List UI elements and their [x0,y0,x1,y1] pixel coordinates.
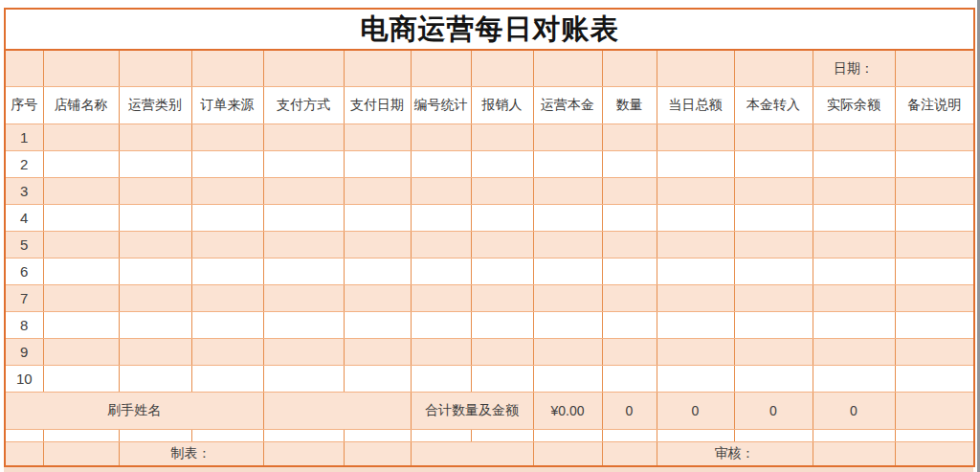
cell[interactable] [5,442,43,467]
cell[interactable] [471,366,533,393]
cell[interactable] [263,178,344,205]
cell[interactable] [533,124,602,151]
cell[interactable] [119,285,191,312]
cell[interactable] [411,312,471,339]
cell[interactable] [533,178,602,205]
cell[interactable] [263,442,344,467]
cell[interactable] [344,50,411,87]
cell[interactable] [43,124,119,151]
cell[interactable] [734,178,813,205]
cell[interactable] [191,151,263,178]
cell[interactable] [263,393,411,430]
cell[interactable] [191,285,263,312]
cell[interactable] [411,285,471,312]
cell[interactable] [191,178,263,205]
cell[interactable] [263,258,344,285]
cell[interactable] [734,339,813,366]
cell[interactable] [533,442,602,467]
cell[interactable] [602,151,657,178]
cell[interactable] [895,393,974,430]
cell[interactable] [344,285,411,312]
cell[interactable] [411,366,471,393]
cell[interactable] [813,178,895,205]
cell[interactable] [471,258,533,285]
cell[interactable] [5,50,43,87]
cell[interactable] [813,339,895,366]
cell[interactable] [344,312,411,339]
cell[interactable] [344,124,411,151]
cell[interactable] [263,232,344,258]
cell[interactable] [411,124,471,151]
cell[interactable] [533,339,602,366]
cell[interactable] [263,151,344,178]
cell[interactable] [43,258,119,285]
cell[interactable] [734,151,813,178]
cell[interactable] [602,285,657,312]
cell[interactable] [895,124,974,151]
cell[interactable] [657,258,734,285]
cell[interactable] [119,124,191,151]
cell[interactable] [602,366,657,393]
cell[interactable] [813,151,895,178]
cell[interactable] [602,442,657,467]
cell[interactable] [119,339,191,366]
cell[interactable] [895,442,974,467]
cell[interactable] [895,258,974,285]
cell[interactable] [533,151,602,178]
cell[interactable] [344,442,411,467]
cell[interactable] [471,312,533,339]
cell[interactable] [895,285,974,312]
cell[interactable] [119,178,191,205]
cell[interactable] [471,151,533,178]
cell[interactable] [657,124,734,151]
cell[interactable] [344,258,411,285]
cell[interactable] [602,50,657,87]
cell[interactable] [533,312,602,339]
cell[interactable] [411,178,471,205]
cell[interactable] [813,312,895,339]
cell[interactable] [657,151,734,178]
cell[interactable] [602,205,657,232]
cell[interactable] [734,124,813,151]
cell[interactable] [813,124,895,151]
cell[interactable] [895,50,974,87]
cell[interactable] [119,151,191,178]
cell[interactable] [657,205,734,232]
cell[interactable] [813,285,895,312]
cell[interactable] [602,232,657,258]
cell[interactable] [471,285,533,312]
cell[interactable] [533,258,602,285]
cell[interactable] [734,366,813,393]
cell[interactable] [344,339,411,366]
cell[interactable] [119,366,191,393]
cell[interactable] [119,50,191,87]
cell[interactable] [411,151,471,178]
cell[interactable] [43,151,119,178]
cell[interactable] [813,205,895,232]
cell[interactable] [411,205,471,232]
cell[interactable] [263,124,344,151]
cell[interactable] [119,312,191,339]
cell[interactable] [657,366,734,393]
cell[interactable] [533,50,602,87]
cell[interactable] [43,312,119,339]
cell[interactable] [734,50,813,87]
cell[interactable] [895,339,974,366]
cell[interactable] [895,312,974,339]
cell[interactable] [657,339,734,366]
cell[interactable] [602,258,657,285]
cell[interactable] [657,178,734,205]
cell[interactable] [344,151,411,178]
cell[interactable] [734,258,813,285]
cell[interactable] [471,50,533,87]
cell[interactable] [657,232,734,258]
cell[interactable] [191,339,263,366]
cell[interactable] [263,339,344,366]
cell[interactable] [895,366,974,393]
cell[interactable] [411,339,471,366]
cell[interactable] [602,124,657,151]
cell[interactable] [471,124,533,151]
cell[interactable] [813,366,895,393]
cell[interactable] [43,442,119,467]
cell[interactable] [813,442,895,467]
